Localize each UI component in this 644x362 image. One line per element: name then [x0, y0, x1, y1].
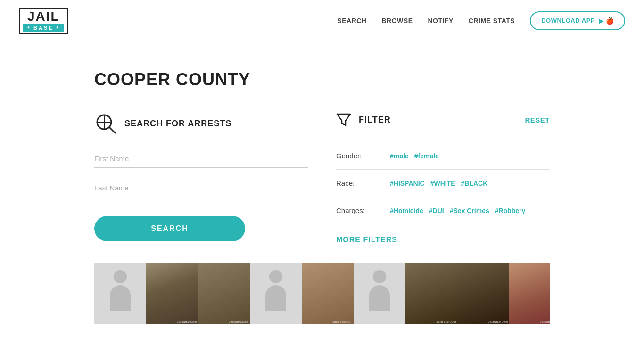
photo-card[interactable] — [94, 263, 146, 324]
photo-strip: JailBase.com JailBase.com JailBase.com — [94, 263, 550, 324]
search-arrests-icon — [94, 112, 117, 135]
filter-section: FILTER RESET Gender: #male #female Race:… — [336, 112, 550, 244]
first-name-group — [94, 150, 308, 168]
race-tag-black[interactable]: #BLACK — [461, 180, 488, 187]
race-tag-white[interactable]: #WHITE — [430, 180, 455, 187]
filter-row-charges: Charges: #Homicide #DUI #Sex Crimes #Rob… — [336, 197, 550, 224]
photo-watermark: JailBase.com — [227, 319, 250, 324]
charge-tag-homicide[interactable]: #Homicide — [390, 207, 423, 214]
filter-section-title: FILTER — [359, 115, 391, 125]
filter-row-race: Race: #HISPANIC #WHITE #BLACK — [336, 170, 550, 197]
search-button[interactable]: SEARCH — [94, 216, 245, 241]
photo-watermark: JailBase.com — [331, 319, 354, 324]
gender-tag-male[interactable]: #male — [390, 152, 409, 160]
logo-base-text: BASE — [33, 25, 54, 31]
nav-search[interactable]: SEARCH — [337, 17, 366, 25]
person-silhouette — [106, 270, 134, 317]
mugshot-photo: JailBase.com — [198, 263, 250, 324]
gender-tags: #male #female — [390, 152, 439, 160]
photo-card[interactable]: JailBase.com — [146, 263, 198, 324]
first-name-input[interactable] — [94, 150, 308, 168]
mugshot-photo: JailBase.com — [302, 263, 354, 324]
charge-tag-sex-crimes[interactable]: #Sex Crimes — [450, 207, 489, 214]
silhouette-head — [269, 270, 282, 283]
race-tags: #HISPANIC #WHITE #BLACK — [390, 180, 487, 187]
silhouette-body — [265, 285, 286, 311]
race-label: Race: — [336, 179, 379, 187]
logo-star-right: ✦ — [56, 25, 60, 30]
silhouette-head — [114, 270, 127, 283]
mugshot-photo: JailBase.com — [405, 263, 457, 324]
gender-label: Gender: — [336, 152, 379, 160]
silhouette-body — [110, 285, 131, 311]
last-name-group — [94, 179, 308, 197]
nav-browse[interactable]: BROWSE — [381, 17, 413, 25]
person-silhouette — [365, 270, 394, 317]
search-section-title: SEARCH FOR ARRESTS — [124, 119, 231, 129]
mugshot-photo: JailBase.com — [146, 263, 198, 324]
silhouette-head — [373, 270, 386, 283]
photo-placeholder — [250, 263, 302, 324]
main-nav: SEARCH BROWSE NOTIFY CRIME STATS DOWNLOA… — [337, 11, 625, 30]
filter-row-gender: Gender: #male #female — [336, 142, 550, 170]
download-btn-label: DOWNLOAD APP — [541, 17, 595, 24]
race-tag-hispanic[interactable]: #HISPANIC — [390, 180, 425, 187]
photo-card[interactable] — [354, 263, 405, 324]
download-app-button[interactable]: DOWNLOAD APP ▶ 🍎 — [530, 11, 625, 30]
photo-placeholder — [94, 263, 146, 324]
mugshot-photo: JailBase.com — [509, 263, 550, 324]
logo-jail-text: JAIL — [27, 10, 60, 23]
photo-placeholder — [354, 263, 405, 324]
person-silhouette — [262, 270, 290, 317]
main-content: COOPER COUNTY SEARCH FOR ARRESTS — [0, 41, 644, 362]
silhouette-body — [369, 285, 390, 311]
logo[interactable]: JAIL ✦ BASE ✦ — [19, 8, 68, 34]
photo-card[interactable]: JailBase.com — [405, 263, 457, 324]
photo-watermark: JailBase.com — [487, 319, 509, 324]
photo-card[interactable]: JailBase.com — [457, 263, 509, 324]
logo-star-left: ✦ — [27, 25, 32, 30]
search-section: SEARCH FOR ARRESTS SEARCH — [94, 112, 308, 244]
mugshot-photo: JailBase.com — [457, 263, 509, 324]
photo-watermark: JailBase.com — [538, 319, 550, 324]
county-title: COOPER COUNTY — [94, 70, 550, 90]
photo-card[interactable] — [250, 263, 302, 324]
download-btn-icons: ▶ 🍎 — [599, 17, 614, 25]
more-filters-button[interactable]: MORE FILTERS — [336, 236, 550, 244]
charge-tag-robbery[interactable]: #Robbery — [495, 207, 526, 214]
last-name-input[interactable] — [94, 179, 308, 197]
nav-crime-stats[interactable]: CRIME STATS — [469, 17, 515, 25]
play-store-icon: ▶ — [599, 17, 604, 25]
svg-marker-4 — [337, 114, 350, 125]
site-header: JAIL ✦ BASE ✦ SEARCH BROWSE NOTIFY CRIME… — [0, 0, 644, 41]
photo-card[interactable]: JailBase.com — [509, 263, 550, 324]
svg-line-3 — [109, 127, 115, 133]
photo-watermark: JailBase.com — [435, 319, 457, 324]
photo-watermark: JailBase.com — [175, 319, 198, 324]
photo-card[interactable]: JailBase.com — [198, 263, 250, 324]
gender-tag-female[interactable]: #female — [414, 152, 439, 160]
charges-label: Charges: — [336, 206, 379, 214]
charge-tag-dui[interactable]: #DUI — [429, 207, 444, 214]
reset-button[interactable]: RESET — [525, 116, 550, 124]
apple-store-icon: 🍎 — [606, 17, 614, 25]
charges-tags: #Homicide #DUI #Sex Crimes #Robbery — [390, 207, 525, 214]
nav-notify[interactable]: NOTIFY — [428, 17, 453, 25]
filter-icon — [336, 112, 351, 127]
photo-card[interactable]: JailBase.com — [302, 263, 354, 324]
